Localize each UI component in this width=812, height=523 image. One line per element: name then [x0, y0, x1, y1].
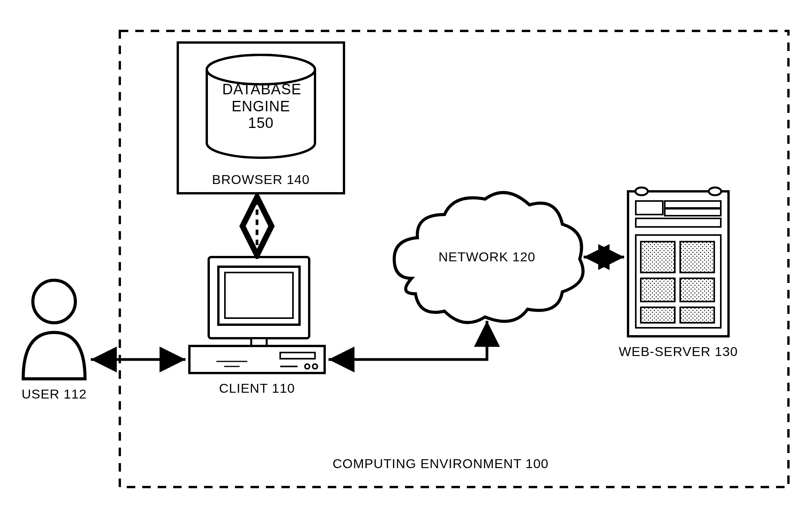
- svg-point-19: [709, 187, 721, 195]
- svg-point-14: [313, 364, 317, 369]
- diagram-svg: [0, 0, 812, 523]
- container-label: COMPUTING ENVIRONMENT 100: [305, 456, 576, 471]
- svg-rect-8: [225, 273, 293, 318]
- svg-rect-28: [680, 278, 714, 302]
- database-label: DATABASE ENGINE 150: [222, 81, 300, 132]
- svg-rect-20: [636, 201, 663, 215]
- webserver-icon: [628, 187, 729, 336]
- svg-rect-30: [680, 307, 714, 323]
- svg-rect-26: [680, 242, 714, 273]
- svg-rect-11: [280, 353, 315, 359]
- browser-label: BROWSER 140: [203, 172, 319, 187]
- svg-rect-25: [641, 242, 675, 273]
- svg-point-13: [305, 364, 310, 369]
- diagram-canvas: DATABASE ENGINE 150 BROWSER 140 USER 112…: [0, 0, 812, 523]
- svg-point-18: [635, 187, 648, 195]
- client-label: CLIENT 110: [209, 381, 305, 396]
- user-label: USER 112: [15, 387, 93, 402]
- edge-client-network: [329, 321, 487, 359]
- svg-rect-22: [665, 209, 721, 216]
- webserver-label: WEB-SERVER 130: [615, 344, 742, 359]
- network-label: NETWORK 120: [427, 249, 547, 264]
- user-icon: [23, 280, 85, 379]
- svg-rect-27: [641, 278, 675, 302]
- svg-rect-21: [665, 201, 721, 208]
- svg-rect-29: [641, 307, 675, 323]
- client-icon: [189, 257, 325, 373]
- svg-point-4: [207, 55, 315, 84]
- svg-rect-23: [636, 218, 721, 227]
- svg-point-5: [33, 280, 75, 323]
